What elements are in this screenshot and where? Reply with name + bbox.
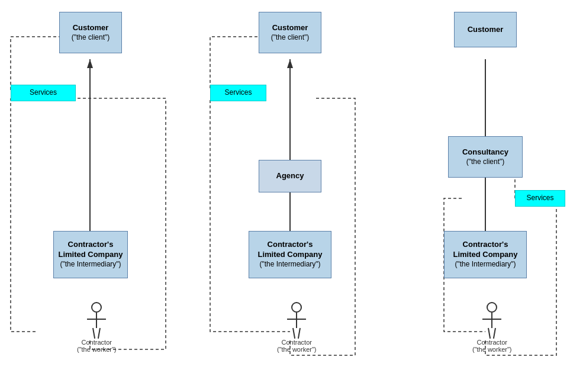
diagram-container: Customer ("the client") Services Contrac… [0, 0, 570, 392]
col2-agency-box: Agency [259, 160, 321, 192]
col1-contractor-company-box: Contractor'sLimited Company ("the Interm… [53, 231, 128, 278]
col1-services-box: Services [11, 85, 76, 101]
col2-contractor-label: Contractor ("the worker") [277, 339, 317, 353]
col1-contractor-figure: Contractor ("the worker") [77, 302, 117, 353]
col3-services-label: Services [526, 194, 553, 203]
col2-contractor-figure: Contractor ("the worker") [277, 302, 317, 353]
col2-contractor-body [286, 313, 307, 336]
col1-contractor-head [91, 302, 102, 313]
col1-customer-sublabel: ("the client") [72, 33, 110, 43]
col1-contractor-company-sublabel: ("the Intermediary") [60, 260, 121, 269]
col1-customer-box: Customer ("the client") [59, 12, 122, 53]
col3-contractor-head [487, 302, 497, 313]
svg-marker-1 [87, 59, 93, 68]
col3-consultancy-sublabel: ("the client") [466, 158, 505, 167]
col3-contractor-company-label: Contractor'sLimited Company [453, 240, 517, 260]
col1-contractor-label: Contractor ("the worker") [77, 339, 117, 353]
col2-customer-sublabel: ("the client") [271, 33, 310, 43]
col2-agency-label: Agency [276, 171, 304, 181]
svg-marker-3 [287, 59, 293, 68]
col3-contractor-company-sublabel: ("the Intermediary") [455, 260, 516, 269]
col3-consultancy-box: Consultancy ("the client") [448, 136, 523, 178]
col2-contractor-company-box: Contractor'sLimited Company ("the Interm… [249, 231, 331, 278]
col2-contractor-head [291, 302, 302, 313]
col3-contractor-figure: Contractor ("the worker") [472, 302, 512, 353]
col1-customer-label: Customer [73, 23, 109, 33]
col2-customer-label: Customer [272, 23, 308, 33]
col3-contractor-label: Contractor ("the worker") [472, 339, 512, 353]
col2-services-label: Services [224, 88, 252, 98]
col3-services-box: Services [515, 190, 565, 207]
col1-contractor-body [86, 313, 107, 336]
col1-services-label: Services [30, 88, 57, 98]
col1-contractor-company-label: Contractor'sLimited Company [58, 240, 123, 260]
col2-contractor-company-label: Contractor'sLimited Company [257, 240, 322, 260]
col3-contractor-body [482, 313, 502, 336]
col3-customer-label: Customer [468, 25, 504, 35]
col2-services-box: Services [210, 85, 266, 101]
col3-consultancy-label: Consultancy [462, 147, 508, 158]
col3-customer-box: Customer [454, 12, 517, 47]
col2-customer-box: Customer ("the client") [259, 12, 321, 53]
col2-contractor-company-sublabel: ("the Intermediary") [259, 260, 320, 269]
col3-contractor-company-box: Contractor'sLimited Company ("the Interm… [444, 231, 527, 278]
